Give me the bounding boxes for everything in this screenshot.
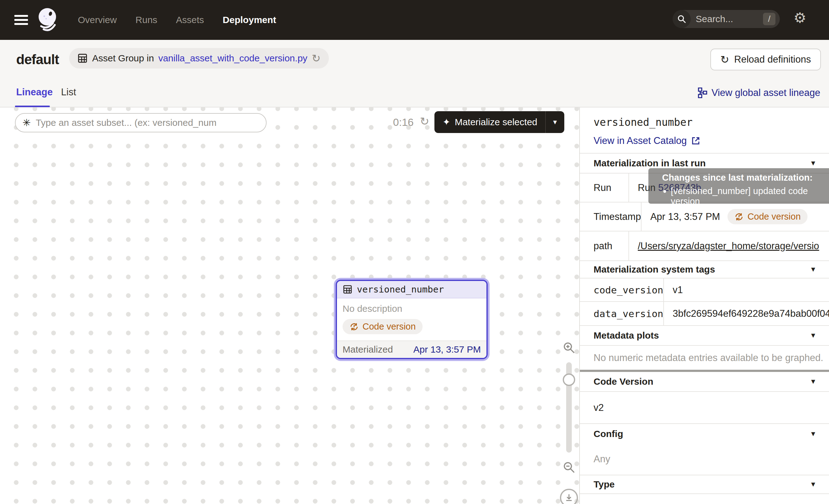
path-value-link[interactable]: /Users/sryza/dagster_home/storage/versio xyxy=(638,241,819,252)
section-divider xyxy=(580,370,829,372)
timer-refresh-icon[interactable]: ↻ xyxy=(420,115,429,128)
search-shortcut-badge: / xyxy=(763,13,776,25)
search-icon xyxy=(673,10,691,28)
asset-lineage-canvas[interactable]: ✳ Type an asset subset... (ex: versioned… xyxy=(0,107,580,504)
search-input[interactable]: Search... / xyxy=(673,10,780,28)
breadcrumb: Asset Group in vanilla_asset_with_code_v… xyxy=(69,48,329,69)
section-system-tags[interactable]: Materialization system tags ▼ xyxy=(580,260,829,278)
chevron-down-icon[interactable]: ▼ xyxy=(810,430,817,438)
tooltip-title: Changes since last materialization: xyxy=(662,173,829,183)
tag-value: 3bfc269594ef649228e9a74bab00f04 xyxy=(664,302,829,325)
panel-asset-name: versioned_number xyxy=(593,116,829,128)
changes-tooltip: Changes since last materialization: [ver… xyxy=(648,168,829,204)
code-version-badge-label: Code version xyxy=(362,321,416,332)
reload-definitions-button[interactable]: ↻ Reload definitions xyxy=(710,48,821,70)
materialize-selected-button[interactable]: ✦ Materialize selected ▼ xyxy=(434,111,564,133)
asset-selection-icon: ✳ xyxy=(23,117,31,129)
breadcrumb-prefix: Asset Group in xyxy=(92,53,154,64)
section-title: Metadata plots xyxy=(593,330,659,341)
download-graph-button[interactable] xyxy=(560,489,578,504)
reload-definitions-label: Reload definitions xyxy=(734,54,811,65)
materialized-timestamp-link[interactable]: Apr 13, 3:57 PM xyxy=(413,344,481,355)
path-label: path xyxy=(580,231,629,260)
tag-key: data_version xyxy=(580,302,664,325)
section-type[interactable]: Type ▼ xyxy=(580,475,829,494)
search-placeholder: Search... xyxy=(696,14,763,24)
page-title: default xyxy=(16,52,59,67)
system-tags-table: code_version v1 data_version 3bfc269594e… xyxy=(580,278,829,325)
dagster-logo-icon[interactable] xyxy=(37,7,61,33)
view-in-asset-catalog-link[interactable]: View in Asset Catalog xyxy=(593,135,829,146)
tag-value: v1 xyxy=(664,279,829,301)
asset-node-header: versioned_number xyxy=(337,281,486,298)
breadcrumb-file-link[interactable]: vanilla_asset_with_code_version.py xyxy=(158,53,308,64)
asset-group-icon xyxy=(77,53,88,64)
materialize-dropdown-caret[interactable]: ▼ xyxy=(545,111,564,133)
table-icon xyxy=(343,284,353,294)
page-header: default Asset Group in vanilla_asset_wit… xyxy=(0,40,829,81)
run-label: Run xyxy=(580,174,629,202)
code-version-value: v2 xyxy=(580,391,829,424)
code-version-badge[interactable]: Code version xyxy=(343,319,423,334)
zoom-slider[interactable] xyxy=(566,362,572,453)
tooltip-item: [versioned_number] updated code version xyxy=(671,186,829,207)
download-icon xyxy=(564,493,574,502)
hamburger-menu-icon[interactable] xyxy=(14,15,28,25)
code-version-sync-icon xyxy=(734,212,744,221)
table-row: path /Users/sryza/dagster_home/storage/v… xyxy=(580,231,829,260)
chevron-down-icon[interactable]: ▼ xyxy=(810,331,817,339)
asset-sidebar-panel: versioned_number View in Asset Catalog M… xyxy=(580,107,829,504)
tab-list[interactable]: List xyxy=(61,86,76,98)
timestamp-value: Apr 13, 3:57 PM Code version xyxy=(642,203,829,231)
asset-node-description: No description xyxy=(343,303,481,314)
materialized-status-label: Materialized xyxy=(343,344,393,355)
asset-node-name: versioned_number xyxy=(357,284,444,295)
code-version-badge[interactable]: Code version xyxy=(727,209,807,224)
section-title: Materialization in last run xyxy=(593,158,706,169)
chevron-down-icon[interactable]: ▼ xyxy=(810,265,817,274)
lineage-graph-icon xyxy=(698,87,707,98)
active-tab-underline xyxy=(15,106,50,107)
section-title: Type xyxy=(593,479,615,490)
sparkle-icon: ✦ xyxy=(442,116,450,128)
asset-subset-input[interactable]: ✳ Type an asset subset... (ex: versioned… xyxy=(15,113,266,132)
table-row: code_version v1 xyxy=(580,279,829,302)
tag-key: code_version xyxy=(580,279,664,301)
section-title: Config xyxy=(593,429,623,439)
zoom-controls xyxy=(559,341,579,504)
external-link-icon xyxy=(691,136,700,145)
nav-item-deployment[interactable]: Deployment xyxy=(223,15,276,25)
code-version-sync-icon xyxy=(350,322,359,331)
refresh-icon[interactable]: ↻ xyxy=(312,53,321,64)
global-lineage-label: View global asset lineage xyxy=(712,87,820,99)
nav-item-overview[interactable]: Overview xyxy=(78,15,117,25)
table-row: Timestamp Apr 13, 3:57 PM Code version xyxy=(580,203,829,231)
zoom-in-icon[interactable] xyxy=(563,341,576,354)
code-version-badge-label: Code version xyxy=(747,212,801,222)
gear-icon[interactable]: ⚙ xyxy=(793,10,806,25)
top-nav: Overview Runs Assets Deployment Search..… xyxy=(0,0,829,40)
section-metadata-plots[interactable]: Metadata plots ▼ xyxy=(580,325,829,345)
section-code-version[interactable]: Code Version ▼ xyxy=(580,372,829,391)
view-global-asset-lineage-link[interactable]: View global asset lineage xyxy=(698,87,820,99)
zoom-out-icon[interactable] xyxy=(563,461,576,474)
tabs-row: Lineage List View global asset lineage xyxy=(0,81,829,107)
zoom-slider-thumb[interactable] xyxy=(563,373,575,386)
timestamp-text: Apr 13, 3:57 PM xyxy=(650,211,720,222)
panel-header: versioned_number View in Asset Catalog xyxy=(580,107,829,153)
nav-item-runs[interactable]: Runs xyxy=(136,15,157,25)
asset-node-versioned-number[interactable]: versioned_number No description Code ver… xyxy=(336,280,488,359)
timestamp-label: Timestamp xyxy=(580,203,642,231)
section-title: Materialization system tags xyxy=(593,264,715,275)
config-value: Any xyxy=(580,443,829,475)
tab-lineage[interactable]: Lineage xyxy=(16,86,52,98)
chevron-down-icon[interactable]: ▼ xyxy=(810,159,817,167)
chevron-down-icon[interactable]: ▼ xyxy=(810,480,817,489)
asset-subset-placeholder: Type an asset subset... (ex: versioned_n… xyxy=(36,117,216,128)
reload-icon: ↻ xyxy=(720,54,729,65)
catalog-link-label: View in Asset Catalog xyxy=(593,135,687,146)
nav-item-assets[interactable]: Assets xyxy=(176,15,204,25)
asset-node-footer: Materialized Apr 13, 3:57 PM xyxy=(337,340,486,358)
section-config[interactable]: Config ▼ xyxy=(580,424,829,443)
chevron-down-icon[interactable]: ▼ xyxy=(810,377,817,386)
